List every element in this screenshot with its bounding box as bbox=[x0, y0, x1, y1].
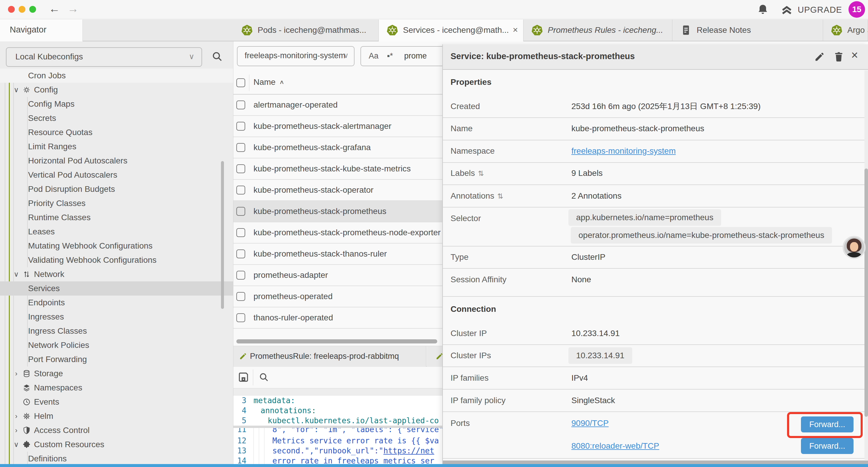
close-window-button[interactable] bbox=[8, 6, 15, 13]
sidebar-item[interactable]: Secrets bbox=[0, 111, 233, 125]
notifications-bell-icon[interactable] bbox=[756, 3, 769, 16]
editor-line[interactable]: 4 annotations: bbox=[234, 406, 442, 415]
sidebar-item[interactable]: Horizontal Pod Autoscalers bbox=[0, 154, 233, 168]
tab[interactable]: Services - icecheng@math... × bbox=[379, 20, 524, 41]
sidebar-item[interactable]: Mutating Webhook Configurations bbox=[0, 239, 233, 253]
save-icon[interactable] bbox=[237, 371, 250, 384]
sidebar-item[interactable]: Events bbox=[0, 395, 233, 409]
annotations-label[interactable]: Annotations⇅ bbox=[451, 188, 503, 205]
cluster-ips-chip[interactable]: 10.233.14.91 bbox=[568, 347, 632, 364]
delete-trash-icon[interactable] bbox=[833, 51, 845, 63]
close-icon[interactable]: × bbox=[513, 25, 518, 35]
sidebar-item[interactable]: Endpoints bbox=[0, 296, 233, 310]
row-checkbox[interactable] bbox=[236, 185, 245, 195]
sidebar-item[interactable]: Vertical Pod Autoscalers bbox=[0, 168, 233, 182]
sidebar-item[interactable]: Runtime Classes bbox=[0, 210, 233, 225]
row-checkbox[interactable] bbox=[236, 313, 245, 322]
select-all-checkbox[interactable] bbox=[236, 78, 245, 87]
sidebar-item[interactable]: Network Policies bbox=[0, 338, 233, 352]
sidebar-item[interactable]: Port Forwarding bbox=[0, 352, 233, 367]
sidebar-item[interactable]: Ingress Classes bbox=[0, 324, 233, 338]
sidebar-item[interactable]: Definitions bbox=[0, 451, 233, 464]
regex-icon[interactable]: ▪* bbox=[387, 52, 393, 61]
table-row[interactable]: kube-prometheus-stack-prometheus bbox=[234, 201, 442, 222]
editor-line[interactable]: 3 metadata: bbox=[234, 396, 442, 406]
filter-value[interactable]: prome bbox=[404, 52, 427, 61]
table-row[interactable]: prometheus-operated bbox=[234, 286, 442, 308]
selector-chip[interactable]: operator.prometheus.io/name=kube-prometh… bbox=[571, 227, 832, 243]
labels-value[interactable]: 9 Labels bbox=[571, 165, 603, 181]
sidebar-scrollbar[interactable] bbox=[221, 161, 224, 309]
annotations-value[interactable]: 2 Annotations bbox=[571, 188, 622, 204]
row-checkbox[interactable] bbox=[236, 164, 245, 173]
sidebar-item[interactable]: Leases bbox=[0, 225, 233, 239]
panel-vertical-scrollbar[interactable] bbox=[864, 169, 868, 417]
table-row[interactable]: kube-prometheus-stack-operator bbox=[234, 180, 442, 201]
namespace-link[interactable]: freeleaps-monitoring-system bbox=[571, 143, 676, 159]
selector-chip[interactable]: app.kubernetes.io/name=prometheus bbox=[568, 209, 721, 226]
port-link[interactable]: 9090/TCP bbox=[571, 415, 609, 432]
table-row[interactable]: kube-prometheus-stack-thanos-ruler bbox=[234, 243, 442, 265]
editor-line[interactable]: 14 error rate in freeleaps metrics ser bbox=[234, 456, 442, 464]
row-checkbox[interactable] bbox=[236, 122, 245, 130]
sort-ascending-icon[interactable]: ∧ bbox=[279, 79, 284, 85]
sidebar-item[interactable]: Cron Jobs bbox=[0, 68, 233, 83]
edit-pencil-icon[interactable] bbox=[814, 52, 825, 63]
sidebar-item[interactable]: Validating Webhook Configurations bbox=[0, 253, 233, 267]
row-checkbox[interactable] bbox=[236, 143, 245, 152]
row-checkbox[interactable] bbox=[236, 271, 245, 280]
forward-button[interactable]: Forward... bbox=[801, 438, 854, 454]
sidebar-item[interactable]: ∨ Config bbox=[0, 83, 233, 97]
sidebar-item[interactable]: ∨ Network bbox=[0, 267, 233, 282]
table-horizontal-scrollbar[interactable] bbox=[236, 339, 437, 344]
name-column-header[interactable]: Name bbox=[253, 78, 276, 87]
chevron-icon[interactable]: › bbox=[12, 367, 21, 381]
chevron-icon[interactable]: › bbox=[12, 409, 21, 423]
upgrade-chevrons-icon[interactable] bbox=[780, 3, 794, 16]
sidebar-search-icon[interactable] bbox=[211, 50, 223, 63]
row-checkbox[interactable] bbox=[236, 207, 245, 216]
editor-line[interactable]: 12 Metrics service error rate is {{ $va bbox=[234, 436, 442, 446]
port-link[interactable]: 8080:reloader-web/TCP bbox=[571, 438, 659, 454]
sidebar-item[interactable]: ∨ Custom Resources bbox=[0, 437, 233, 451]
sidebar-item[interactable]: Namespaces bbox=[0, 381, 233, 395]
sidebar-item[interactable]: Services bbox=[0, 282, 233, 296]
table-row[interactable]: kube-prometheus-stack-grafana bbox=[234, 137, 442, 158]
forward-arrow-icon[interactable]: → bbox=[67, 2, 79, 15]
editor-tab-prometheusrule[interactable]: PrometheusRule: freeleaps-prod-rabbitmq bbox=[234, 346, 426, 367]
tab[interactable]: Release Notes bbox=[673, 20, 823, 41]
back-arrow-icon[interactable]: ← bbox=[49, 2, 60, 15]
tab[interactable]: Prometheus Rules - icecheng... bbox=[524, 20, 673, 41]
table-row[interactable]: kube-prometheus-stack-kube-state-metrics bbox=[234, 158, 442, 180]
sidebar-item[interactable]: Resource Quotas bbox=[0, 125, 233, 140]
match-case-icon[interactable]: Aa bbox=[369, 52, 378, 61]
minimize-window-button[interactable] bbox=[19, 6, 25, 13]
table-row[interactable]: kube-prometheus-stack-prometheus-node-ex… bbox=[234, 222, 442, 243]
sidebar-item[interactable]: Pod Disruption Budgets bbox=[0, 182, 233, 196]
tab[interactable]: Argo Se bbox=[823, 20, 868, 41]
table-row[interactable]: kube-prometheus-stack-alertmanager bbox=[234, 116, 442, 137]
table-row[interactable]: prometheus-adapter bbox=[234, 265, 442, 286]
labels-label[interactable]: Labels⇅ bbox=[451, 165, 484, 182]
tab[interactable]: Pods - icecheng@mathmas... bbox=[234, 20, 379, 41]
sidebar-item[interactable]: › Storage bbox=[0, 367, 233, 381]
sidebar-item[interactable]: Limit Ranges bbox=[0, 140, 233, 154]
upgrade-button[interactable]: UPGRADE bbox=[798, 5, 842, 15]
sidebar-item[interactable]: Priority Classes bbox=[0, 196, 233, 210]
row-checkbox[interactable] bbox=[236, 250, 245, 258]
code-link[interactable]: https://net bbox=[383, 446, 434, 455]
chevron-icon[interactable]: ∨ bbox=[12, 267, 21, 282]
editor-tab-next[interactable] bbox=[427, 346, 442, 367]
editor-line[interactable]: 5 kubectl.kubernetes.io/last-applied-co bbox=[234, 415, 442, 426]
table-row[interactable]: thanos-ruler-operated bbox=[234, 308, 442, 329]
close-icon[interactable]: × bbox=[851, 49, 858, 62]
table-row[interactable]: alertmanager-operated bbox=[234, 95, 442, 116]
chevron-icon[interactable]: ∨ bbox=[12, 437, 21, 451]
sidebar-item[interactable]: Ingresses bbox=[0, 310, 233, 324]
editor-search-icon[interactable] bbox=[258, 372, 270, 383]
row-checkbox[interactable] bbox=[236, 292, 245, 301]
chevron-icon[interactable]: ∨ bbox=[12, 83, 21, 97]
namespace-dropdown[interactable]: freeleaps-monitoring-system ∨ bbox=[237, 46, 354, 66]
notification-count-badge[interactable]: 15 bbox=[848, 1, 865, 18]
sidebar-item[interactable]: Config Maps bbox=[0, 97, 233, 111]
